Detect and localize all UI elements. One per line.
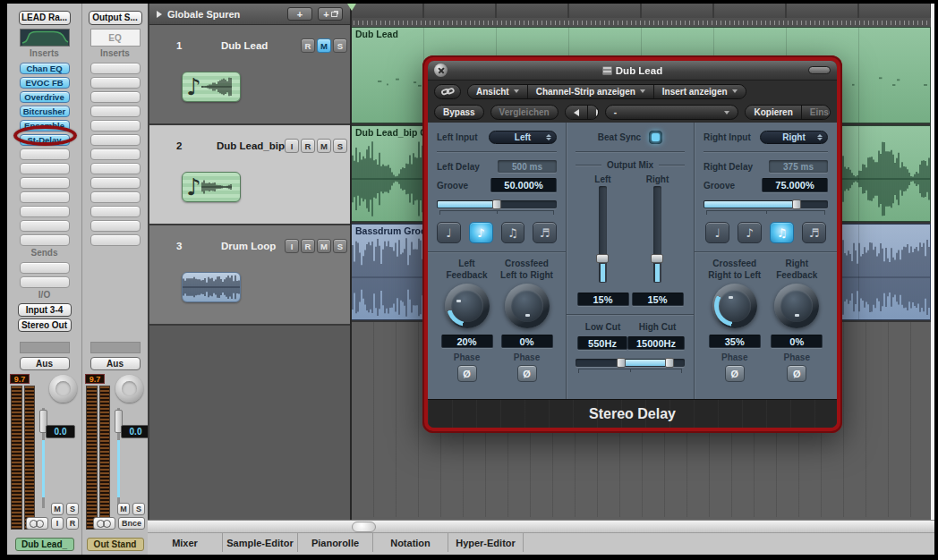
right-output-value[interactable]: 15%	[632, 293, 684, 306]
right-feedback-phase-button[interactable]: Ø	[787, 365, 806, 382]
automation-mode-button[interactable]: Aus	[20, 357, 70, 370]
plugin-titlebar[interactable]: Dub Lead	[428, 61, 837, 81]
insert-slot-empty[interactable]	[90, 63, 141, 74]
strip-name-button[interactable]: Output S...	[89, 11, 142, 25]
insert-slot-empty[interactable]	[90, 120, 141, 132]
low-cut-value[interactable]: 550Hz	[577, 336, 627, 350]
stereo-format-button[interactable]	[93, 517, 115, 530]
insert-slot-empty[interactable]	[90, 148, 141, 160]
solo-button[interactable]: S	[333, 139, 347, 153]
track-row-dub-lead-bip[interactable]: 2 Dub Lead_bip I R M S ♪	[149, 125, 350, 225]
left-feedback-knob[interactable]	[445, 284, 490, 328]
input-assign-button[interactable]: Input 3-4	[18, 303, 72, 317]
tab-notation[interactable]: Notation	[373, 533, 448, 552]
insert-slot-empty[interactable]	[90, 134, 141, 146]
quarter-note-button[interactable]: ♪	[738, 222, 762, 243]
automation-mode-button[interactable]: Aus	[90, 357, 141, 370]
half-note-button[interactable]: ♩	[705, 222, 729, 243]
insert-slot-empty[interactable]	[90, 177, 141, 189]
group-slot[interactable]	[20, 342, 70, 353]
input-monitor-button[interactable]: I	[51, 517, 64, 530]
volume-readout[interactable]: 0.0	[121, 425, 150, 438]
mute-button[interactable]: M	[317, 139, 331, 153]
crossfeed-ltr-value[interactable]: 0%	[501, 335, 553, 348]
slider-handle[interactable]	[792, 199, 801, 209]
track-name[interactable]: Dub Lead_bip	[217, 140, 285, 151]
link-button[interactable]	[434, 84, 461, 99]
stereo-format-button[interactable]	[26, 517, 48, 530]
insert-slot-empty[interactable]	[90, 91, 141, 103]
track-name[interactable]: Drum Loop	[221, 241, 276, 251]
close-icon[interactable]	[434, 64, 448, 77]
right-groove-slider[interactable]	[704, 200, 828, 208]
insert-slot-empty[interactable]	[20, 177, 70, 189]
bypass-button[interactable]: Bypass	[434, 105, 484, 120]
menu-insert-anzeigen[interactable]: Insert anzeigen	[654, 85, 746, 98]
pan-knob[interactable]	[49, 375, 77, 403]
left-groove-slider[interactable]	[437, 200, 557, 208]
insert-slot-empty[interactable]	[90, 220, 141, 232]
crossfeed-ltr-phase-button[interactable]: Ø	[517, 365, 537, 382]
track-row-drum-loop[interactable]: 3 Drum Loop I R M S	[149, 225, 350, 326]
send-slot-empty[interactable]	[20, 276, 70, 288]
left-output-value[interactable]: 15%	[577, 293, 629, 306]
insert-slot-empty[interactable]	[20, 191, 70, 203]
scrollbar-thumb[interactable]	[352, 522, 376, 532]
add-track-button[interactable]: +	[287, 7, 312, 21]
track-name[interactable]: Dub Lead	[221, 40, 268, 51]
left-input-select[interactable]: Left	[489, 131, 557, 144]
low-cut-handle[interactable]	[617, 358, 626, 368]
paste-setting-button[interactable]: Einsetzen	[802, 106, 831, 119]
fader-handle[interactable]	[596, 254, 609, 263]
insert-slot-empty[interactable]	[90, 191, 141, 203]
half-note-button[interactable]: ♩	[437, 222, 461, 243]
track-row-dub-lead[interactable]: 1 Dub Lead R M S ♪	[149, 25, 350, 125]
eq-placeholder[interactable]: EQ	[90, 29, 141, 47]
tab-pianorolle[interactable]: Pianorolle	[298, 533, 373, 552]
mute-button[interactable]: M	[317, 239, 331, 253]
previous-preset-button[interactable]	[566, 106, 588, 119]
high-cut-handle[interactable]	[665, 358, 674, 368]
minimize-lozenge-icon[interactable]	[808, 66, 831, 74]
preset-dropdown[interactable]: -	[605, 105, 739, 120]
tab-hyper-editor[interactable]: Hyper-Editor	[448, 533, 524, 552]
insert-slot-empty[interactable]	[20, 220, 70, 232]
mute-button[interactable]: M	[51, 503, 64, 515]
left-feedback-phase-button[interactable]: Ø	[457, 365, 477, 382]
insert-slot-ensemble[interactable]: Ensemble	[20, 120, 70, 132]
solo-button[interactable]: S	[132, 503, 145, 515]
crossfeed-rtl-value[interactable]: 35%	[709, 335, 761, 348]
menu-ansicht[interactable]: Ansicht	[468, 85, 528, 98]
insert-slot-evoc-fb[interactable]: EVOC FB	[20, 77, 70, 89]
insert-slot-empty[interactable]	[20, 234, 70, 246]
tab-sample-editor[interactable]: Sample-Editor	[223, 533, 298, 552]
eighth-note-button[interactable]: ♫	[770, 222, 794, 243]
bar-ruler[interactable]	[352, 4, 931, 27]
tab-mixer[interactable]: Mixer	[148, 533, 223, 552]
record-enable-button[interactable]: R	[301, 139, 315, 153]
next-preset-button[interactable]	[588, 106, 599, 119]
menu-channel-strip-anzeigen[interactable]: Channel-Strip anzeigen	[528, 85, 654, 98]
copy-setting-button[interactable]: Kopieren	[746, 106, 801, 119]
mute-button[interactable]: M	[117, 503, 130, 515]
quarter-note-button[interactable]: ♪	[469, 222, 493, 243]
insert-slot-empty[interactable]	[20, 163, 70, 174]
right-groove-value[interactable]: 75.000%	[762, 178, 828, 192]
left-groove-value[interactable]: 50.000%	[490, 178, 557, 192]
bounce-button[interactable]: Bnce	[118, 517, 145, 530]
input-monitor-button[interactable]: I	[285, 139, 299, 153]
solo-button[interactable]: S	[333, 239, 347, 253]
insert-slot-empty[interactable]	[20, 206, 70, 217]
insert-slot-st-delay[interactable]: St-Delay	[20, 134, 70, 146]
right-feedback-value[interactable]: 0%	[771, 335, 823, 348]
insert-slot-empty[interactable]	[90, 163, 141, 174]
volume-readout[interactable]: 0.0	[46, 425, 75, 438]
beat-sync-checkbox[interactable]	[649, 131, 662, 144]
crossfeed-rtl-phase-button[interactable]: Ø	[725, 365, 745, 382]
group-slot[interactable]	[90, 342, 141, 353]
record-enable-button[interactable]: R	[301, 38, 315, 53]
insert-slot-empty[interactable]	[90, 106, 141, 117]
solo-button[interactable]: S	[333, 38, 347, 53]
add-copy-track-button[interactable]: +	[318, 7, 343, 21]
compare-button[interactable]: Vergleichen	[490, 105, 559, 120]
